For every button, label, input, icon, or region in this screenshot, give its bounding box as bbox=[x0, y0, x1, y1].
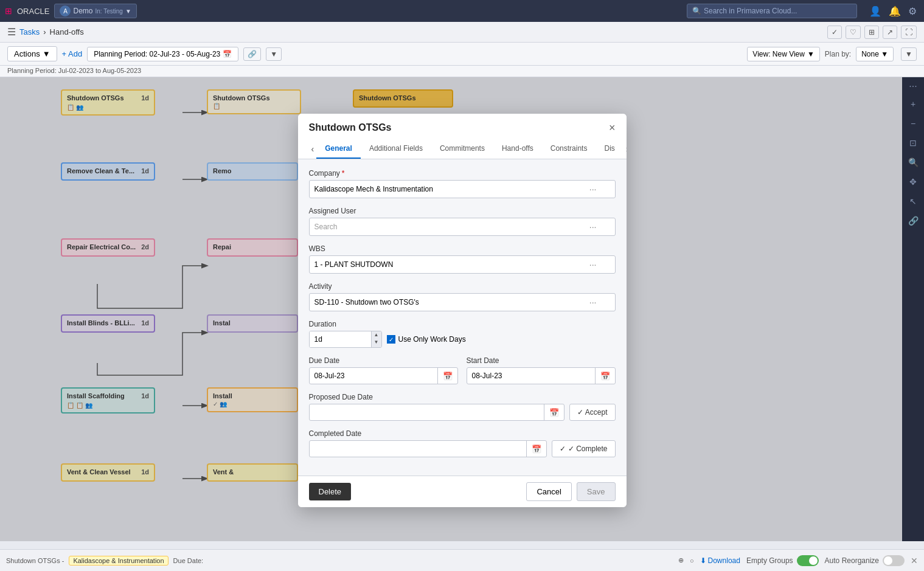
search-icon: 🔍 bbox=[692, 7, 701, 15]
save-button[interactable]: Save bbox=[577, 482, 616, 501]
dropdown-btn[interactable]: ▼ bbox=[266, 47, 282, 61]
checkmark-btn[interactable]: ✓ bbox=[827, 26, 842, 39]
demo-chevron-icon: ▼ bbox=[125, 8, 131, 15]
actions-chevron-icon: ▼ bbox=[43, 49, 50, 58]
assigned-user-dots-icon: ··· bbox=[589, 222, 597, 232]
add-label: + Add bbox=[62, 49, 83, 58]
demo-sublabel: In: Testing bbox=[95, 8, 122, 15]
bottom-actions: ⊕ ○ ⬇ Download Empty Groups Auto Reorgan… bbox=[678, 555, 918, 566]
modal-header: Shutdown OTSGs × ‹ General Additional Fi… bbox=[298, 114, 627, 159]
actions-button[interactable]: Actions ▼ bbox=[7, 46, 57, 61]
left-sidebar-toggle[interactable]: ☰ bbox=[7, 26, 16, 38]
company-input[interactable]: Kalidascope Mech & Instrumentation ··· bbox=[309, 180, 616, 198]
download-button[interactable]: ⬇ Download bbox=[700, 556, 740, 565]
tab-prev-button[interactable]: ‹ bbox=[309, 144, 317, 154]
demo-label: Demo bbox=[73, 7, 92, 15]
empty-groups-label: Empty Groups bbox=[746, 556, 793, 565]
completed-date-row: 📅 ✓ ✓ Complete bbox=[309, 440, 616, 457]
completed-date-calendar-icon[interactable]: 📅 bbox=[526, 441, 546, 457]
actions-label: Actions bbox=[14, 49, 40, 58]
oracle-logo-text: ORACLE bbox=[17, 7, 49, 16]
auto-reorganize-switch[interactable] bbox=[883, 555, 905, 566]
demo-badge[interactable]: A Demo In: Testing ▼ bbox=[54, 4, 136, 18]
bottom-icon-2[interactable]: ○ bbox=[690, 557, 694, 564]
due-date-field: 📅 bbox=[309, 367, 458, 384]
settings-icon[interactable]: ⚙ bbox=[906, 4, 919, 18]
assigned-user-placeholder: Search bbox=[314, 223, 338, 231]
table-btn[interactable]: ⊞ bbox=[864, 26, 879, 39]
duration-input[interactable] bbox=[310, 331, 371, 347]
planby-label: Plan by: bbox=[825, 50, 851, 58]
tab-additional-fields[interactable]: Additional Fields bbox=[361, 139, 431, 159]
tab-handoffs[interactable]: Hand-offs bbox=[493, 139, 542, 159]
activity-label: Activity bbox=[309, 282, 332, 291]
completed-date-input[interactable] bbox=[310, 441, 526, 457]
planning-period-button[interactable]: Planning Period: 02-Jul-23 - 05-Aug-23 📅 bbox=[87, 47, 238, 61]
view-select[interactable]: View: New View ▼ bbox=[747, 47, 819, 61]
bottom-task-label: Shutdown OTSGs - bbox=[6, 557, 64, 564]
auto-reorganize-toggle: Auto Reorganize ✕ bbox=[825, 555, 918, 566]
footer-right-buttons: Cancel Save bbox=[526, 482, 615, 501]
activity-dots-icon: ··· bbox=[589, 297, 597, 307]
auto-reorganize-knob bbox=[884, 556, 892, 565]
activity-input[interactable]: SD-110 - Shutdown two OTSG's ··· bbox=[309, 293, 616, 311]
tab-constraints[interactable]: Constraints bbox=[542, 139, 596, 159]
complete-check-icon: ✓ bbox=[560, 445, 566, 453]
accept-button[interactable]: ✓ Accept bbox=[569, 404, 615, 421]
duration-label: Duration bbox=[309, 320, 336, 328]
delete-button[interactable]: Delete bbox=[309, 483, 352, 500]
modal-close-button[interactable]: × bbox=[609, 122, 616, 133]
activity-field-group: Activity SD-110 - Shutdown two OTSG's ··… bbox=[309, 282, 616, 311]
due-date-input[interactable] bbox=[310, 368, 437, 384]
tab-commitments[interactable]: Commitments bbox=[431, 139, 493, 159]
use-work-days-label[interactable]: ✓ Use Only Work Days bbox=[387, 335, 466, 344]
start-date-calendar-icon[interactable]: 📅 bbox=[595, 368, 615, 384]
global-search-bar[interactable]: 🔍 Search in Primavera Cloud... bbox=[687, 4, 857, 18]
duration-arrows: ▲ ▼ bbox=[371, 331, 381, 347]
shutdown-otsgs-modal: Shutdown OTSGs × ‹ General Additional Fi… bbox=[298, 114, 627, 507]
breadcrumb-current: Hand-offs bbox=[50, 27, 84, 36]
wbs-input[interactable]: 1 - PLANT SHUTDOWN ··· bbox=[309, 255, 616, 274]
wbs-value: 1 - PLANT SHUTDOWN bbox=[314, 260, 394, 269]
company-field-group: Company * Kalidascope Mech & Instrumenta… bbox=[309, 169, 616, 198]
completed-date-field-group: Completed Date 📅 ✓ ✓ Complete bbox=[309, 429, 616, 457]
breadcrumb-home[interactable]: Tasks bbox=[19, 27, 40, 36]
bell-icon[interactable]: 🔔 bbox=[886, 4, 903, 18]
expand-btn[interactable]: ⛶ bbox=[901, 26, 917, 39]
modal-footer: Delete Cancel Save bbox=[298, 476, 627, 507]
bottom-icon-1[interactable]: ⊕ bbox=[678, 556, 684, 564]
due-date-calendar-icon[interactable]: 📅 bbox=[437, 368, 457, 384]
tab-general[interactable]: General bbox=[316, 139, 361, 159]
proposed-due-date-row: 📅 ✓ Accept bbox=[309, 404, 616, 421]
use-work-days-checkbox[interactable]: ✓ bbox=[387, 335, 395, 344]
start-date-input[interactable] bbox=[467, 368, 595, 384]
assigned-user-input[interactable]: Search ··· bbox=[309, 218, 616, 236]
duration-up-button[interactable]: ▲ bbox=[372, 331, 381, 339]
bottom-close-button[interactable]: ✕ bbox=[911, 556, 918, 566]
share-btn[interactable]: ↗ bbox=[883, 26, 897, 39]
user-icon[interactable]: 👤 bbox=[867, 4, 884, 18]
planby-select[interactable]: None ▼ bbox=[856, 47, 894, 61]
view-chevron-icon: ▼ bbox=[807, 50, 815, 58]
breadcrumb-bar: ☰ Tasks › Hand-offs ✓ ♡ ⊞ ↗ ⛶ bbox=[0, 22, 924, 43]
download-icon: ⬇ bbox=[700, 556, 706, 565]
heart-btn[interactable]: ♡ bbox=[846, 26, 861, 39]
tab-next-button[interactable]: › bbox=[624, 144, 627, 154]
avatar-icon: A bbox=[60, 5, 71, 16]
cancel-button[interactable]: Cancel bbox=[526, 482, 571, 501]
action-toolbar: Actions ▼ + Add Planning Period: 02-Jul-… bbox=[0, 43, 924, 66]
auto-reorganize-label: Auto Reorganize bbox=[825, 556, 879, 565]
duration-row: ▲ ▼ ✓ Use Only Work Days bbox=[309, 331, 616, 348]
duration-down-button[interactable]: ▼ bbox=[372, 339, 381, 346]
link-icon-btn[interactable]: 🔗 bbox=[243, 47, 261, 61]
empty-groups-switch[interactable] bbox=[797, 555, 819, 566]
due-date-label: Due Date bbox=[309, 356, 340, 365]
filter-icon-btn[interactable]: ▼ bbox=[901, 47, 917, 61]
completed-date-field: 📅 bbox=[309, 440, 547, 457]
tab-dis[interactable]: Dis bbox=[596, 139, 623, 159]
proposed-due-date-input[interactable] bbox=[310, 404, 544, 420]
proposed-due-date-field-group: Proposed Due Date 📅 ✓ Accept bbox=[309, 393, 616, 421]
add-button[interactable]: + Add bbox=[62, 49, 83, 58]
proposed-due-date-calendar-icon[interactable]: 📅 bbox=[544, 404, 564, 420]
complete-button[interactable]: ✓ ✓ Complete bbox=[552, 440, 616, 457]
